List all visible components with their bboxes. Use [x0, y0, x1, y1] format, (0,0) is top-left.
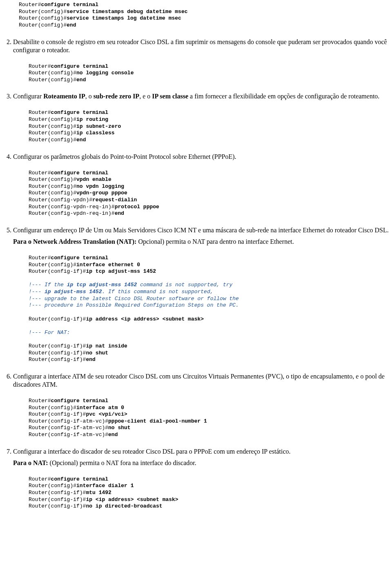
command: configure terminal	[41, 2, 98, 8]
prompt: Router(config-if)#	[29, 350, 86, 356]
command: ip routing	[76, 116, 108, 122]
text-bold: Para o Network Address Translation (NAT)…	[13, 238, 136, 245]
code-block-4: Router#configure terminal Router(config)…	[29, 170, 389, 217]
command: ip nat inside	[86, 343, 127, 349]
command: configure terminal	[51, 109, 108, 116]
command: no vpdn logging	[76, 183, 124, 189]
text: command is not supported, try	[137, 282, 232, 288]
prompt: Router(config-if)#	[29, 497, 86, 503]
prompt: Router#	[29, 255, 51, 261]
command: configure terminal	[51, 398, 108, 404]
command: end	[76, 77, 86, 83]
prompt: Router(config-if)#	[29, 411, 86, 417]
prompt: Router(config)#	[29, 70, 76, 76]
prompt: Router(config)#	[29, 137, 76, 143]
prompt: Router(config-vpdn)#	[29, 197, 92, 203]
code-block-2: Router#configure terminal Router(config)…	[29, 63, 389, 84]
prompt: Router(config)#	[29, 483, 76, 489]
prompt: Router(config)#	[19, 9, 67, 15]
step-2: Desabilite o console de registro em seu …	[13, 38, 389, 84]
prompt: Router(config)#	[29, 262, 76, 268]
code-block-6: Router#configure terminal Router(config)…	[29, 398, 389, 439]
prompt: Router(config-if)#	[29, 503, 86, 509]
prompt: Router(config-if-atm-vc)#	[29, 425, 108, 431]
prompt: Router(config)#	[19, 15, 67, 21]
command: ip tcp adjust-mss 1452	[86, 268, 156, 274]
command: service timestamps debug datetime msec	[67, 9, 187, 15]
prompt: Router#	[29, 476, 51, 482]
command: no ip directed-broadcast	[86, 503, 162, 509]
text-bold: ip adjust-mss 1452	[45, 289, 102, 295]
text: , e o	[139, 93, 152, 100]
command: configure terminal	[51, 476, 108, 482]
command: interface ethernet 0	[76, 262, 140, 268]
text: , o	[85, 93, 94, 100]
command: end	[108, 432, 118, 438]
command: pppoe-client dial-pool-number 1	[108, 418, 207, 424]
text: Configurar	[13, 93, 43, 100]
prompt: Router#	[29, 398, 51, 404]
comment: !--- ip adjust-mss 1452. If this command…	[29, 289, 214, 295]
prompt: Router(config)#	[29, 123, 76, 129]
step-6-text: Configurar a interface ATM de seu rotead…	[13, 372, 389, 389]
code-block-1: Router#configure terminal Router(config)…	[19, 2, 389, 29]
command: interface atm 0	[76, 405, 124, 411]
command: interface dialer 1	[76, 483, 134, 489]
command: mtu 1492	[86, 490, 111, 496]
prompt: Router(config-if)#	[29, 356, 86, 363]
code-block-7: Router#configure terminal Router(config)…	[29, 476, 389, 510]
prompt: Router#	[19, 2, 41, 8]
prompt: Router(config-vpdn-req-in)#	[29, 210, 115, 216]
prompt: Router(config)#	[19, 22, 67, 28]
step-5-text-1: Configurar um endereço IP de Um ou Mais …	[13, 226, 389, 234]
step-6: Configurar a interface ATM de seu rotead…	[13, 372, 389, 439]
code-block-5: Router#configure terminal Router(config)…	[29, 255, 389, 363]
command: configure terminal	[51, 170, 108, 176]
prompt: Router(config)#	[29, 130, 76, 136]
text-bold: ip tcp adjust-mss 1452	[67, 282, 137, 288]
step-list: Desabilite o console de registro em seu …	[3, 38, 389, 510]
command: vpdn-group pppoe	[76, 190, 127, 196]
prompt: Router(config)#	[29, 190, 76, 196]
prompt: Router#	[29, 63, 51, 69]
prompt: Router#	[29, 109, 51, 116]
prompt: Router(config-if)#	[29, 316, 86, 322]
prompt: Router(config-if)#	[29, 343, 86, 349]
step-4: Configurar os parâmetros globais do Poin…	[13, 153, 389, 217]
command: end	[67, 22, 76, 28]
prompt: Router(config)#	[29, 405, 76, 411]
step-3-text: Configurar Roteamento IP, o sub-rede zer…	[13, 92, 389, 100]
command: request-dialin	[92, 197, 137, 203]
command: configure terminal	[51, 63, 108, 69]
comment: !--- If the ip tcp adjust-mss 1452 comma…	[29, 282, 232, 288]
step-2-text: Desabilite o console de registro em seu …	[13, 38, 389, 54]
command: end	[115, 210, 124, 216]
text-bold: IP sem classe	[152, 93, 188, 100]
command: ip address <ip address> <subnet mask>	[86, 316, 204, 322]
command: ip <ip address> <subnet mask>	[86, 497, 178, 503]
step-5-text-2: Para o Network Address Translation (NAT)…	[13, 238, 389, 246]
prompt: Router(config-if)#	[29, 268, 86, 274]
prompt: Router(config)#	[29, 77, 76, 83]
prompt: Router(config-if)#	[29, 490, 86, 496]
prompt: Router(config)#	[29, 116, 76, 122]
prompt: Router(config-if-atm-vc)#	[29, 418, 108, 424]
command: pvc <vpi/vci>	[86, 411, 127, 417]
command: service timestamps log datetime msec	[67, 15, 181, 21]
text: !--- If the	[29, 282, 67, 288]
prompt: Router(config)#	[29, 176, 76, 183]
command: vpdn enable	[76, 176, 111, 183]
prompt: Router(config-vpdn-req-in)#	[29, 204, 115, 210]
prompt: Router(config-if-atm-vc)#	[29, 432, 108, 438]
step-3: Configurar Roteamento IP, o sub-rede zer…	[13, 92, 389, 143]
text-bold: Roteamento IP	[43, 93, 85, 100]
comment: !--- upgrade to the latest Cisco DSL Rou…	[29, 296, 239, 302]
text: a fim fornecer a flexibilidade em opções…	[188, 93, 379, 100]
text: . If this command is not supported,	[102, 289, 213, 295]
command: protocol pppoe	[115, 204, 159, 210]
code-block-3: Router#configure terminal Router(config)…	[29, 109, 389, 143]
text-bold: sub-rede zero IP	[94, 93, 139, 100]
command: no shut	[86, 350, 108, 356]
step-5: Configurar um endereço IP de Um ou Mais …	[13, 226, 389, 363]
step-7: Configurar a interface do discador de se…	[13, 448, 389, 510]
